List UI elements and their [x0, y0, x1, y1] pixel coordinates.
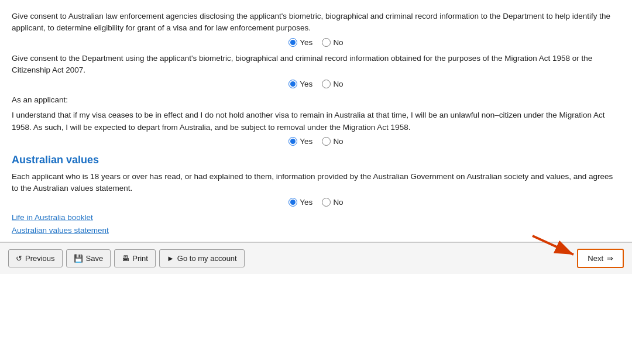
goto-account-button[interactable]: ► Go to my account — [159, 249, 245, 267]
consent3-no-text: No — [333, 137, 343, 146]
main-content: Give consent to Australian law enforceme… — [0, 0, 632, 235]
link2-line: Australian values statement — [12, 225, 620, 235]
consent2-yes-text: Yes — [300, 80, 312, 88]
consent1-no-text: No — [333, 38, 343, 47]
consent2-no-radio[interactable] — [322, 80, 331, 88]
next-button[interactable]: Next ⇒ — [577, 249, 624, 268]
section-yes-label[interactable]: Yes — [288, 198, 312, 207]
consent3-yes-text: Yes — [300, 137, 312, 146]
consent-block-2: Give consent to the Department using the… — [12, 53, 620, 89]
section-yes-text: Yes — [300, 198, 312, 207]
consent3-radio-row: Yes No — [12, 137, 620, 146]
page-wrapper: Give consent to Australian law enforceme… — [0, 0, 632, 274]
consent1-no-label[interactable]: No — [322, 38, 343, 47]
next-label: Next — [588, 254, 603, 263]
consent1-radio-row: Yes No — [12, 38, 620, 47]
consent1-no-radio[interactable] — [322, 38, 331, 47]
link1-line: Life in Australia booklet — [12, 212, 620, 222]
save-icon: 💾 — [74, 254, 83, 263]
footer-left-buttons: ↺ Previous 💾 Save 🖶 Print ► Go to my acc… — [8, 249, 245, 267]
consent1-yes-text: Yes — [300, 38, 312, 47]
section-description: Each applicant who is 18 years or over h… — [12, 171, 620, 195]
previous-label: Previous — [25, 254, 55, 263]
section-yes-radio[interactable] — [288, 198, 297, 207]
save-button[interactable]: 💾 Save — [66, 249, 111, 267]
consent-block-1: Give consent to Australian law enforceme… — [12, 11, 620, 47]
consent3-yes-radio[interactable] — [288, 137, 297, 146]
footer-bar: ↺ Previous 💾 Save 🖶 Print ► Go to my acc… — [0, 242, 632, 274]
consent2-yes-label[interactable]: Yes — [288, 80, 312, 88]
consent1-yes-label[interactable]: Yes — [288, 38, 312, 47]
print-button[interactable]: 🖶 Print — [114, 249, 156, 267]
consent1-text: Give consent to Australian law enforceme… — [12, 11, 620, 35]
goto-icon: ► — [167, 254, 174, 263]
consent2-radio-row: Yes No — [12, 80, 620, 88]
consent3-no-radio[interactable] — [322, 137, 331, 146]
consent2-no-label[interactable]: No — [322, 80, 343, 88]
section-radio-row: Yes No — [12, 198, 620, 207]
consent3-yes-label[interactable]: Yes — [288, 137, 312, 146]
australian-values-statement-link[interactable]: Australian values statement — [12, 226, 109, 235]
consent1-yes-radio[interactable] — [288, 38, 297, 47]
next-icon: ⇒ — [607, 254, 613, 263]
consent2-yes-radio[interactable] — [288, 80, 297, 88]
consent3-no-label[interactable]: No — [322, 137, 343, 146]
life-in-australia-link[interactable]: Life in Australia booklet — [12, 213, 93, 222]
save-label: Save — [86, 254, 104, 263]
footer-container: ↺ Previous 💾 Save 🖶 Print ► Go to my acc… — [0, 242, 632, 274]
goto-label: Go to my account — [177, 254, 237, 263]
section-no-text: No — [333, 198, 343, 207]
consent3-text: I understand that if my visa ceases to b… — [12, 109, 620, 133]
section-title: Australian values — [12, 154, 620, 166]
print-icon: 🖶 — [122, 254, 129, 263]
consent2-no-text: No — [333, 80, 343, 88]
australian-values-section: Australian values Each applicant who is … — [12, 154, 620, 235]
previous-icon: ↺ — [16, 254, 22, 263]
previous-button[interactable]: ↺ Previous — [8, 249, 63, 267]
consent-block-3: I understand that if my visa ceases to b… — [12, 109, 620, 146]
section-no-radio[interactable] — [322, 198, 331, 207]
applicant-intro: As an applicant: — [12, 94, 620, 106]
consent2-text: Give consent to the Department using the… — [12, 53, 620, 77]
section-no-label[interactable]: No — [322, 198, 343, 207]
print-label: Print — [132, 254, 148, 263]
